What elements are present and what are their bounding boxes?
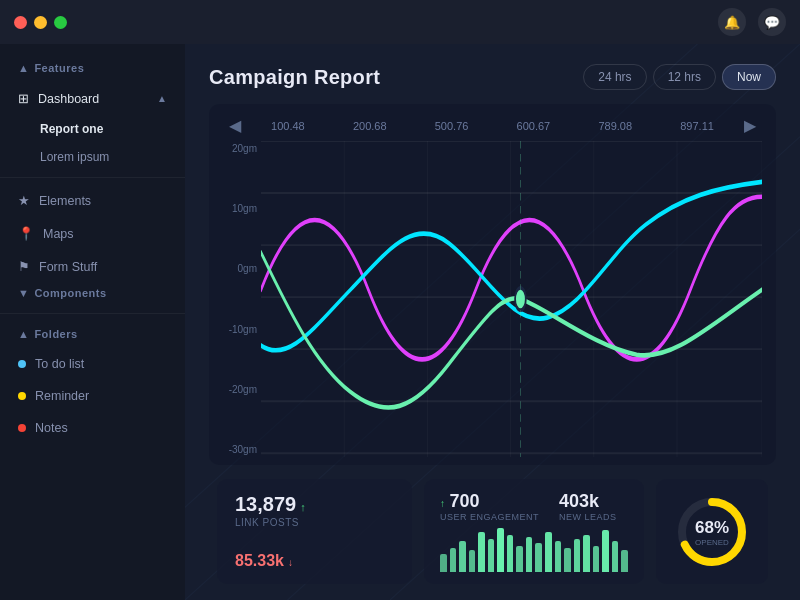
folders-label: Folders bbox=[34, 328, 77, 340]
filter-12hrs[interactable]: 12 hrs bbox=[653, 64, 716, 90]
link-posts-value: 13,879 bbox=[235, 493, 296, 516]
y-label-0: 20gm bbox=[223, 143, 257, 154]
features-label: Features bbox=[34, 62, 84, 74]
donut-wrapper: 68% OPENED bbox=[672, 492, 752, 572]
reminder-label: Reminder bbox=[35, 389, 89, 403]
maps-label: Maps bbox=[43, 227, 74, 241]
filter-24hrs[interactable]: 24 hrs bbox=[583, 64, 646, 90]
engagement-value: 700 bbox=[449, 491, 479, 511]
bar-19 bbox=[621, 550, 628, 572]
sidebar-item-notes[interactable]: Notes bbox=[0, 412, 185, 444]
link-posts-secondary-icon: ↓ bbox=[288, 557, 293, 568]
link-posts-secondary: 85.33k bbox=[235, 552, 284, 570]
chevron-up-icon: ▲ bbox=[18, 62, 29, 74]
form-stuff-label: Form Stuff bbox=[39, 260, 97, 274]
elements-label: Elements bbox=[39, 194, 91, 208]
grid-icon: ⊞ bbox=[18, 91, 29, 106]
app-layout: ▲ Features ⊞ Dashboard ▲ Report one Lore… bbox=[0, 44, 800, 600]
bell-icon[interactable]: 🔔 bbox=[718, 8, 746, 36]
bar-12 bbox=[555, 541, 562, 572]
main-inner: Campaign Report 24 hrs 12 hrs Now ◀ 100.… bbox=[209, 64, 776, 584]
y-label-2: 0gm bbox=[223, 263, 257, 274]
chevron-up-icon-folders: ▲ bbox=[18, 328, 29, 340]
y-axis: 20gm 10gm 0gm -10gm -20gm -30gm bbox=[223, 141, 257, 457]
close-button[interactable] bbox=[14, 16, 27, 29]
link-posts-up: ↑ bbox=[300, 501, 306, 513]
bar-9 bbox=[526, 537, 533, 572]
chart-next-arrow[interactable]: ▶ bbox=[738, 114, 762, 137]
donut-center: 68% OPENED bbox=[695, 517, 729, 546]
bar-0 bbox=[440, 554, 447, 572]
time-filters: 24 hrs 12 hrs Now bbox=[583, 64, 776, 90]
chart-labels: 100.48 200.68 500.76 600.67 789.08 897.1… bbox=[247, 120, 738, 132]
todo-dot bbox=[18, 360, 26, 368]
y-label-1: 10gm bbox=[223, 203, 257, 214]
sidebar-item-form-stuff[interactable]: ⚑ Form Stuff bbox=[0, 250, 185, 283]
sidebar-item-maps[interactable]: 📍 Maps bbox=[0, 217, 185, 250]
filter-now[interactable]: Now bbox=[722, 64, 776, 90]
minimize-button[interactable] bbox=[34, 16, 47, 29]
stat-card-link-posts: 13,879 ↑ LINK POSTS 85.33k ↓ bbox=[217, 479, 412, 584]
engagement-top: ↑ 700 USER ENGAGEMENT 403k NEW LEADS bbox=[440, 491, 628, 522]
engagement-card: ↑ 700 USER ENGAGEMENT 403k NEW LEADS bbox=[424, 479, 644, 584]
traffic-lights bbox=[14, 16, 67, 29]
chart-label-1: 200.68 bbox=[353, 120, 387, 132]
engagement-label: USER ENGAGEMENT bbox=[440, 512, 539, 522]
y-label-5: -30gm bbox=[223, 444, 257, 455]
bar-10 bbox=[535, 543, 542, 572]
bar-14 bbox=[574, 539, 581, 572]
bar-8 bbox=[516, 546, 523, 572]
sidebar-item-dashboard[interactable]: ⊞ Dashboard ▲ bbox=[0, 82, 185, 115]
sidebar: ▲ Features ⊞ Dashboard ▲ Report one Lore… bbox=[0, 44, 185, 600]
sidebar-item-reminder[interactable]: Reminder bbox=[0, 380, 185, 412]
notes-dot bbox=[18, 424, 26, 432]
bar-7 bbox=[507, 535, 514, 572]
chart-label-0: 100.48 bbox=[271, 120, 305, 132]
todo-label: To do list bbox=[35, 357, 84, 371]
main-content: Campaign Report 24 hrs 12 hrs Now ◀ 100.… bbox=[185, 44, 800, 600]
engagement-stat: ↑ 700 USER ENGAGEMENT bbox=[440, 491, 539, 522]
chart-label-3: 600.67 bbox=[517, 120, 551, 132]
flag-icon: ⚑ bbox=[18, 259, 30, 274]
components-section[interactable]: ▼ Components bbox=[0, 283, 185, 307]
chart-area: ◀ 100.48 200.68 500.76 600.67 789.08 897… bbox=[209, 104, 776, 465]
bar-16 bbox=[593, 546, 600, 572]
chart-wrapper: 20gm 10gm 0gm -10gm -20gm -30gm bbox=[223, 141, 762, 457]
dashboard-submenu: Report one Lorem ipsum bbox=[0, 115, 185, 171]
features-section[interactable]: ▲ Features bbox=[0, 54, 185, 82]
y-label-4: -20gm bbox=[223, 384, 257, 395]
donut-percent: 68% bbox=[695, 517, 729, 537]
bar-17 bbox=[602, 530, 609, 572]
bar-13 bbox=[564, 548, 571, 572]
pin-icon: 📍 bbox=[18, 226, 34, 241]
notes-label: Notes bbox=[35, 421, 68, 435]
chevron-down-icon: ▼ bbox=[18, 287, 29, 299]
stats-row: 13,879 ↑ LINK POSTS 85.33k ↓ bbox=[209, 479, 776, 584]
bar-4 bbox=[478, 532, 485, 572]
bar-1 bbox=[450, 548, 457, 572]
sidebar-item-elements[interactable]: ★ Elements bbox=[0, 184, 185, 217]
sidebar-item-report-one[interactable]: Report one bbox=[12, 115, 185, 143]
link-posts-label: LINK POSTS bbox=[235, 517, 394, 528]
bar-5 bbox=[488, 539, 495, 572]
folders-section[interactable]: ▲ Folders bbox=[0, 320, 185, 348]
chart-prev-arrow[interactable]: ◀ bbox=[223, 114, 247, 137]
components-label: Components bbox=[34, 287, 106, 299]
sidebar-item-todo[interactable]: To do list bbox=[0, 348, 185, 380]
leads-stat: 403k NEW LEADS bbox=[559, 491, 617, 522]
chart-label-5: 897.11 bbox=[680, 120, 714, 132]
chat-icon[interactable]: 💬 bbox=[758, 8, 786, 36]
bar-3 bbox=[469, 550, 476, 572]
chart-nav: ◀ 100.48 200.68 500.76 600.67 789.08 897… bbox=[223, 114, 762, 137]
maximize-button[interactable] bbox=[54, 16, 67, 29]
bar-15 bbox=[583, 535, 590, 572]
bar-18 bbox=[612, 541, 619, 572]
reminder-dot bbox=[18, 392, 26, 400]
page-title: Campaign Report bbox=[209, 66, 380, 89]
wave-chart bbox=[261, 141, 762, 457]
star-icon: ★ bbox=[18, 193, 30, 208]
main-header: Campaign Report 24 hrs 12 hrs Now bbox=[209, 64, 776, 90]
chart-label-2: 500.76 bbox=[435, 120, 469, 132]
sidebar-item-lorem-ipsum[interactable]: Lorem ipsum bbox=[12, 143, 185, 171]
divider-1 bbox=[0, 177, 185, 178]
